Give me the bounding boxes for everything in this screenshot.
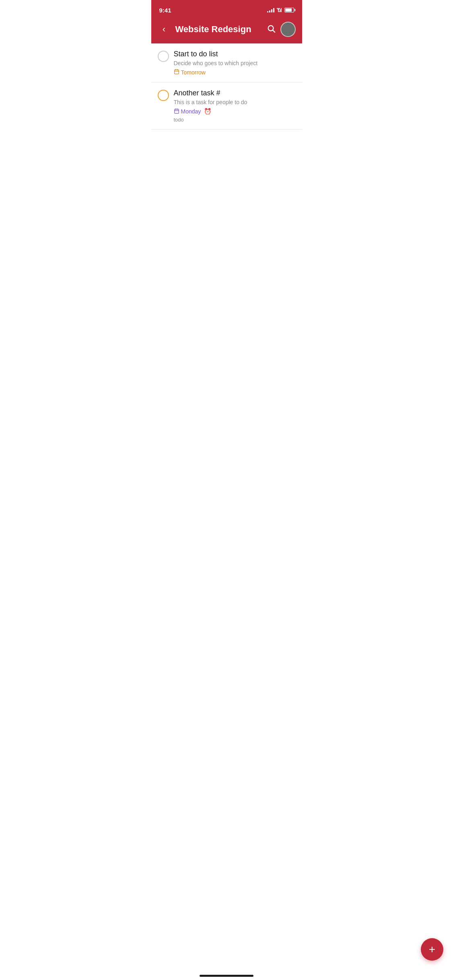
task-meta-1: Tomorrow bbox=[174, 69, 296, 76]
status-bar: 9:41 📶︎ bbox=[151, 0, 302, 18]
nav-header: ‹ Website Redesign bbox=[151, 18, 302, 43]
task-checkbox-1[interactable] bbox=[158, 51, 169, 62]
task-title-1: Start to do list bbox=[174, 50, 296, 58]
svg-line-1 bbox=[273, 30, 275, 32]
task-checkbox-2[interactable] bbox=[158, 90, 169, 101]
status-time: 9:41 bbox=[159, 7, 171, 14]
task-description-1: Decide who goes to which project bbox=[174, 60, 296, 66]
task-tag-2: todo bbox=[174, 117, 296, 123]
avatar[interactable] bbox=[280, 22, 296, 37]
tasks-list: Start to do list Decide who goes to whic… bbox=[151, 43, 302, 130]
task-date-1: Tomorrow bbox=[174, 69, 206, 76]
calendar-icon-2 bbox=[174, 108, 179, 115]
task-description-2: This is a task for people to do bbox=[174, 99, 296, 105]
task-date-label-2: Monday bbox=[181, 108, 201, 115]
page-title: Website Redesign bbox=[175, 24, 262, 35]
signal-icon bbox=[267, 8, 274, 12]
wifi-icon: 📶︎ bbox=[277, 7, 282, 13]
task-title-2: Another task # bbox=[174, 89, 296, 97]
task-date-label-1: Tomorrow bbox=[181, 69, 206, 76]
svg-rect-2 bbox=[174, 70, 179, 74]
task-item-2[interactable]: Another task # This is a task for people… bbox=[151, 82, 302, 130]
task-item[interactable]: Start to do list Decide who goes to whic… bbox=[151, 43, 302, 82]
back-button[interactable]: ‹ bbox=[158, 24, 171, 35]
task-date-2: Monday bbox=[174, 108, 201, 115]
task-content-1: Start to do list Decide who goes to whic… bbox=[174, 50, 296, 76]
calendar-icon-1 bbox=[174, 69, 179, 76]
nav-actions bbox=[267, 22, 296, 37]
task-meta-2: Monday ⏰ bbox=[174, 108, 296, 115]
alarm-icon-2: ⏰ bbox=[204, 108, 212, 115]
task-content-2: Another task # This is a task for people… bbox=[174, 89, 296, 123]
status-icons: 📶︎ bbox=[267, 7, 294, 13]
search-button[interactable] bbox=[267, 24, 276, 35]
svg-rect-6 bbox=[174, 109, 179, 113]
battery-icon bbox=[284, 8, 294, 12]
